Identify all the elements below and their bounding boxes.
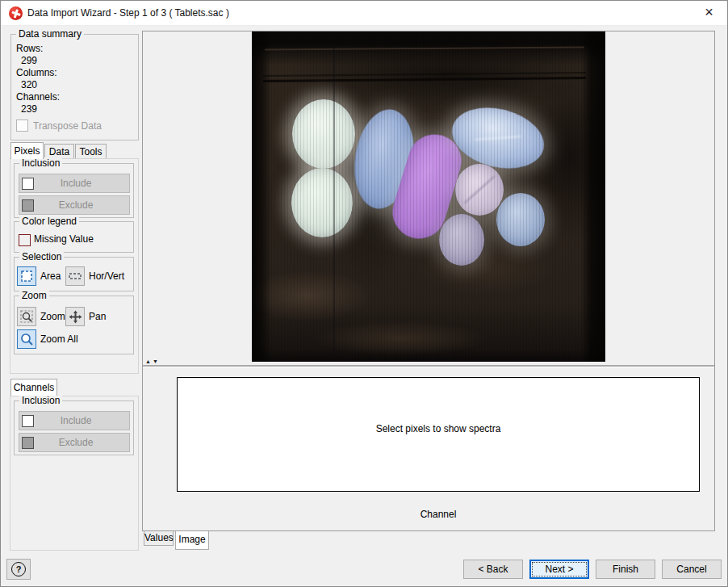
tablet-pill-lavender-round	[455, 164, 504, 216]
zoom-all-button[interactable]	[17, 329, 36, 349]
columns-label: Columns:	[16, 67, 138, 79]
exclude-button-label: Exclude	[34, 437, 118, 448]
tablet-pill-white-oval-bottom	[291, 168, 353, 237]
data-summary-title: Data summary	[16, 28, 84, 40]
tablet-pill-gray-lavender-round	[439, 214, 484, 266]
checkbox-icon[interactable]	[16, 119, 28, 132]
tablet-pill-bluegray-round	[496, 193, 545, 246]
area-label: Area	[40, 266, 61, 286]
tab-image[interactable]: Image	[175, 531, 209, 550]
transpose-data-label: Transpose Data	[33, 120, 102, 132]
cancel-button[interactable]: Cancel	[662, 560, 722, 579]
spectra-placeholder-text: Select pixels to show spectra	[178, 423, 699, 434]
columns-value: 320	[21, 79, 138, 91]
spectra-plot-area[interactable]: Select pixels to show spectra	[177, 377, 700, 492]
horizontal-marquee-icon	[69, 270, 82, 283]
tablets-image[interactable]	[252, 31, 605, 362]
pills-layer	[252, 31, 605, 362]
back-button[interactable]: < Back	[463, 560, 523, 579]
title-bar: Data Import Wizard - Step 1 of 3 ( Table…	[1, 1, 727, 26]
next-button[interactable]: Next >	[529, 560, 589, 579]
horvert-label: Hor/Vert	[89, 266, 124, 286]
tablet-pill-lightblue-ellipse	[446, 99, 550, 178]
rows-value: 299	[21, 55, 138, 67]
zoom-marquee-icon	[20, 310, 34, 324]
data-summary-group: Data summary Rows: 299 Columns: 320 Chan…	[10, 34, 139, 140]
splitter-bar[interactable]	[143, 365, 714, 367]
marquee-icon	[20, 270, 33, 283]
close-icon[interactable]: ×	[691, 1, 727, 25]
app-logo-icon	[9, 6, 23, 20]
exclude-color-swatch	[22, 199, 34, 212]
tablet-pill-white-oval-top	[292, 99, 355, 169]
color-legend-title: Color legend	[19, 216, 79, 227]
zoom-all-label: Zoom All	[40, 329, 78, 349]
exclude-color-swatch	[22, 437, 34, 449]
channels-label: Channels:	[16, 91, 138, 103]
pixels-include-button[interactable]: Include	[19, 174, 130, 193]
tab-values[interactable]: Values	[144, 531, 174, 546]
selection-title: Selection	[19, 251, 64, 262]
window-title: Data Import Wizard - Step 1 of 3 ( Table…	[27, 1, 229, 25]
missing-value-label: Missing Value	[34, 233, 94, 245]
splitter-collapse-icons[interactable]: ▲▼	[145, 358, 160, 365]
exclude-button-label: Exclude	[34, 199, 118, 211]
finish-button[interactable]: Finish	[596, 560, 655, 579]
pan-label: Pan	[89, 307, 106, 326]
include-color-swatch	[22, 178, 34, 190]
scan-artifact-line	[333, 46, 335, 355]
magnifier-icon	[20, 333, 34, 346]
zoom-tool-button[interactable]	[17, 307, 36, 326]
channels-inclusion-title: Inclusion	[19, 395, 62, 406]
collapse-up-icon[interactable]: ▲	[145, 358, 153, 364]
pill-score-line	[463, 175, 495, 204]
collapse-down-icon[interactable]: ▼	[153, 358, 160, 364]
tab-tools[interactable]: Tools	[75, 144, 107, 159]
zoom-group-title: Zoom	[19, 290, 49, 301]
rows-label: Rows:	[16, 43, 138, 55]
image-view-panel: ▲▼ Select pixels to show spectra Channel	[142, 31, 715, 531]
include-button-label: Include	[34, 415, 118, 426]
view-tabstrip: Values Image	[142, 531, 715, 551]
pixels-exclude-button[interactable]: Exclude	[19, 195, 130, 215]
missing-value-swatch	[19, 234, 31, 246]
channels-exclude-button[interactable]: Exclude	[19, 433, 130, 452]
include-button-label: Include	[34, 178, 118, 189]
horvert-select-button[interactable]	[65, 266, 85, 286]
help-button[interactable]: ?	[6, 559, 31, 580]
area-select-button[interactable]	[17, 266, 36, 286]
pan-tool-button[interactable]	[65, 307, 85, 326]
pill-score-line	[475, 136, 521, 140]
help-icon: ?	[11, 562, 26, 577]
next-button-label: Next >	[545, 564, 573, 575]
channels-include-button[interactable]: Include	[19, 411, 130, 430]
pan-arrows-icon	[69, 310, 82, 324]
tab-channels[interactable]: Channels	[10, 379, 57, 396]
tab-pixels[interactable]: Pixels	[10, 142, 44, 159]
zoom-label: Zoom	[40, 307, 65, 326]
include-color-swatch	[22, 415, 34, 427]
channels-value: 239	[21, 103, 138, 115]
channel-axis-label: Channel	[177, 509, 700, 520]
transpose-data-checkbox[interactable]: Transpose Data	[16, 119, 138, 132]
